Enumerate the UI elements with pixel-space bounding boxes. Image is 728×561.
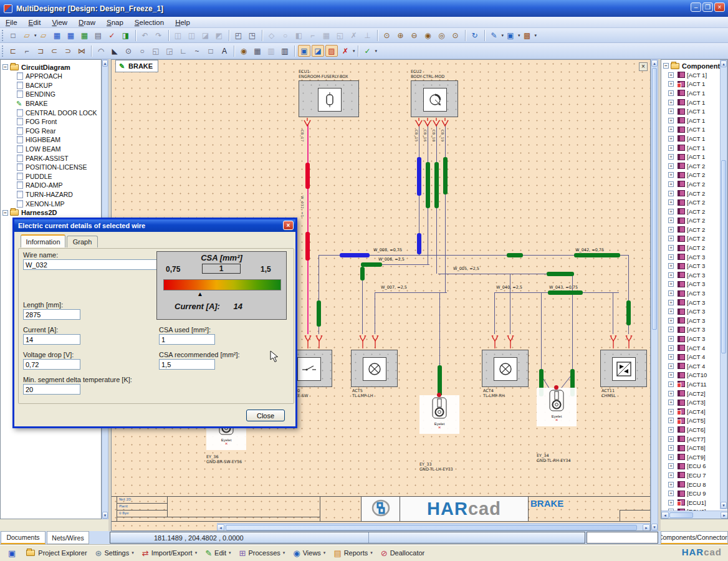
rectangle-tool-icon[interactable]: □ [204,45,217,57]
dropdown-arrow-icon[interactable]: ▾ [229,550,231,555]
ecu-ecu1[interactable] [299,80,359,117]
wire-csa-segment[interactable] [340,253,370,257]
expand-icon[interactable]: + [668,90,674,96]
settings-button[interactable]: ⊛Settings▾ [95,549,134,558]
expand-icon[interactable]: + [668,309,674,314]
tab-nets-wires[interactable]: Nets/Wires [47,531,89,544]
wire-csa-segment[interactable] [360,267,365,280]
scroll-thumb[interactable] [226,525,637,530]
splice-tool-icon[interactable]: ⊐ [34,45,47,57]
component-item[interactable]: +[ACT 1 [661,116,721,125]
expand-icon[interactable]: + [668,227,674,233]
field-voltage-drop-v-[interactable] [23,359,80,370]
component-item[interactable]: +[ACT 2 [661,161,721,171]
validate-design-icon[interactable]: ✓ [362,45,374,57]
text-tool-icon[interactable]: A [218,45,231,57]
scroll-down-icon[interactable]: ▾ [651,524,658,530]
save-as-icon[interactable]: ▦ [65,29,77,41]
wire-csa-segment[interactable] [507,253,523,257]
wire[interactable] [510,274,510,334]
toolbar-grip[interactable] [2,30,4,41]
component-item[interactable]: +[ACT 1 [661,80,721,89]
expand-icon[interactable]: + [668,463,674,469]
wire-csa-segment[interactable] [626,300,631,325]
actuator-act5[interactable] [351,350,398,387]
save-all-icon[interactable]: ▦ [79,29,91,41]
field-wire-name-[interactable] [23,259,161,270]
wire[interactable] [445,124,446,292]
new-document-icon[interactable]: □ [7,29,19,41]
redo-icon[interactable]: ↷ [153,29,165,41]
dialog-tab-graph[interactable]: Graph [67,236,98,247]
expand-icon[interactable]: + [668,245,674,251]
expand-icon[interactable]: + [668,172,674,178]
field-csa-used-mm-[interactable] [159,334,215,345]
component-item[interactable]: +[ECU 8 [661,480,721,489]
wire-csa-segment[interactable] [305,232,310,261]
menu-help[interactable]: Help [170,19,196,26]
circle-tool-icon[interactable]: ⊙ [122,45,135,57]
tree-item-xenon-lmp[interactable]: XENON-LMP [1,199,101,208]
rotate-icon[interactable]: ○ [279,29,292,41]
insert-view-icon[interactable]: ▣ [504,29,517,41]
expand-icon[interactable]: + [668,127,674,132]
expand-icon[interactable]: + [668,300,674,305]
dropdown-arrow-icon[interactable]: ▾ [34,33,37,38]
close-button[interactable]: × [714,2,725,12]
trim-icon[interactable]: ✗ [348,29,360,41]
move-icon[interactable]: ◇ [266,29,278,41]
field-length-mm-[interactable] [23,309,80,320]
zoom-extents-icon[interactable]: ◎ [436,29,448,41]
collapse-icon[interactable]: − [2,210,8,216]
wire-tool-icon[interactable]: ⌐ [21,45,33,57]
expand-icon[interactable]: + [668,391,674,396]
table-tool-icon[interactable]: ▦ [251,45,264,57]
expand-icon[interactable]: + [668,281,674,287]
select-crossing-icon[interactable]: ◳ [246,29,259,41]
component-item[interactable]: +[ACT 2 [661,180,721,189]
edit-pointer-icon[interactable]: ✎ [488,29,501,41]
expand-icon[interactable]: + [668,491,674,496]
expand-icon[interactable]: + [668,409,674,415]
expand-icon[interactable]: + [668,363,674,369]
open-folder-icon[interactable]: ▱ [37,29,50,41]
zoom-previous-icon[interactable]: ⊙ [449,29,462,41]
dropdown-arrow-icon[interactable]: ▾ [375,49,378,54]
snap-toggle-icon[interactable]: ◪ [312,45,324,57]
component-item[interactable]: +[ACT 4 [661,352,721,362]
component-item[interactable]: +[ACT6] [661,425,721,434]
refresh-icon[interactable]: ↻ [469,29,481,41]
dropdown-arrow-icon[interactable]: ▾ [518,33,520,38]
expand-icon[interactable]: + [668,345,674,351]
component-item[interactable]: +[ACT2] [661,389,721,398]
tree-item-radio-amp[interactable]: RADIO-AMP [1,181,101,190]
tree-item-position-license[interactable]: POSITION-LICENSE [1,163,101,172]
collapse-icon[interactable]: − [663,63,669,69]
component-item[interactable]: +[ACT8] [661,443,721,453]
spline-tool-icon[interactable]: ~ [191,45,203,57]
component-item[interactable]: +[ACT 3 [661,334,721,343]
eyelet-ey_33[interactable]: Eyelet× [419,395,459,434]
wire-csa-segment[interactable] [417,233,421,254]
component-item[interactable]: +[ACT4] [661,407,721,416]
field-csa-recommended-mm-[interactable] [159,359,215,370]
expand-icon[interactable]: + [668,72,674,78]
dialog-close-icon[interactable]: × [283,221,294,230]
scroll-down-icon[interactable]: ▾ [721,502,727,509]
undo-icon[interactable]: ↶ [139,29,151,41]
canvas-tab-brake[interactable]: ✎ BRAKE [115,60,158,72]
clip-tool-icon[interactable]: ⋈ [75,45,88,57]
ortho-toggle-icon[interactable]: ▨ [325,45,338,57]
component-item[interactable]: +[ACT9] [661,453,721,462]
wire-csa-segment[interactable] [317,300,321,327]
wire[interactable] [613,292,613,334]
extend-icon[interactable]: ⊥ [362,29,374,41]
tree-item-fog-front[interactable]: FOG Front [1,117,101,127]
ellipse-tool-icon[interactable]: ○ [136,45,148,57]
scroll-thumb[interactable] [652,68,657,330]
scroll-up-icon[interactable]: ▴ [102,60,108,67]
expand-icon[interactable]: + [668,181,674,187]
tree-item-approach[interactable]: APPROACH [1,72,101,81]
ecu-ecu2[interactable] [411,80,458,117]
menu-file[interactable]: File [0,19,23,26]
